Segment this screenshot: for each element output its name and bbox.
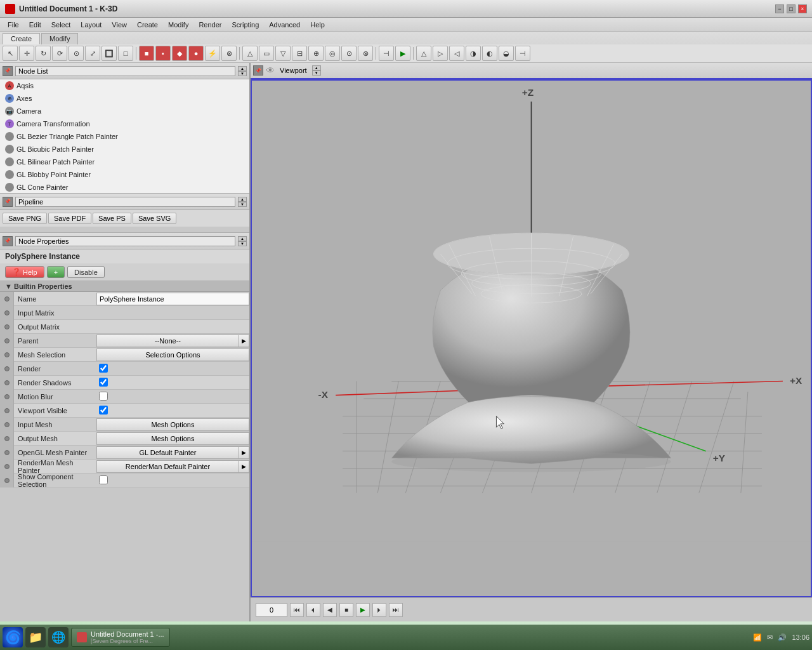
nav-prev-btn[interactable]: ◀ [323,603,337,617]
node-gl-bezier[interactable]: GL Bezier Triangle Patch Painter [0,130,249,143]
node-list-scroll-up[interactable]: ▲ [238,66,247,71]
tri-btn[interactable]: △ [242,46,258,61]
opengl-painter-btn[interactable]: GL Default Painter [96,446,239,459]
light4-btn[interactable]: ◑ [466,46,481,61]
menu-advanced[interactable]: Advanced [264,20,305,30]
show-component-checkbox[interactable] [99,475,108,484]
taskbar-app-icon[interactable]: 🌀 [3,627,23,647]
maximize-button[interactable]: □ [787,4,796,13]
cube4-btn[interactable]: ● [188,46,204,61]
tab-modify[interactable]: Modify [41,33,78,44]
prop-input-mesh-value[interactable]: Mesh Options [96,418,249,431]
node-props-scroll-up[interactable]: ▲ [238,236,247,241]
close-button[interactable]: × [798,4,807,13]
minimize-button[interactable]: − [775,4,784,13]
nav-last-btn[interactable]: ⏭ [389,603,403,617]
tool5-btn[interactable]: ⚡ [205,46,220,61]
nav-prev-key-btn[interactable]: ⏴ [306,603,320,617]
cube2-btn[interactable]: ▪ [155,46,171,61]
save-png-button[interactable]: Save PNG [3,213,47,224]
prop-render-value[interactable] [96,364,249,374]
tab-create[interactable]: Create [3,33,40,44]
cyl-btn[interactable]: ⊟ [292,46,307,61]
obj-tool-btn[interactable]: 🔲 [102,46,117,61]
taskbar-files-icon[interactable]: 📁 [25,627,46,647]
rect-btn[interactable]: ▭ [259,46,274,61]
node-list-scroll-btns[interactable]: ▲ ▼ [238,66,247,76]
menu-file[interactable]: File [3,20,24,30]
menu-edit[interactable]: Edit [24,20,46,30]
selection-options-btn[interactable]: Selection Options [96,348,249,361]
prop-show-component-value[interactable] [96,475,249,486]
node-gl-bicubic[interactable]: GL Bicubic Patch Painter [0,143,249,156]
save-pdf-button[interactable]: Save PDF [48,213,91,224]
nav-first-btn[interactable]: ⏮ [290,603,304,617]
cube-btn[interactable]: ■ [139,46,154,61]
lights-btn[interactable]: △ [416,46,431,61]
tool6-btn[interactable]: ⊗ [221,46,237,61]
viewport[interactable]: 📌 👁 Viewport ▲ ▼ [251,63,812,621]
menu-render[interactable]: Render [193,20,226,30]
motion-blur-checkbox[interactable] [99,392,108,401]
taskbar-document-item[interactable]: Untitled Document 1 -... [Seven Degrees … [71,628,170,647]
disable-button[interactable]: Disable [67,266,105,278]
menu-view[interactable]: View [107,20,132,30]
play-btn[interactable]: ▶ [395,46,410,61]
scale-tool-btn[interactable]: ⤢ [85,46,100,61]
renderman-painter-btn[interactable]: RenderMan Default Painter [96,460,239,473]
pipeline-scroll-down[interactable]: ▼ [238,202,247,207]
move-tool-btn[interactable]: ✛ [19,46,34,61]
taskbar-globe-icon[interactable]: 🌐 [48,627,69,647]
torus-btn[interactable]: ⊙ [341,46,357,61]
help-button[interactable]: ❓ Help [5,266,44,278]
frame-number-input[interactable] [256,603,287,617]
output-mesh-options-btn[interactable]: Mesh Options [96,432,249,445]
viewport-scroll-down[interactable]: ▼ [312,70,321,76]
node-axes[interactable]: ⊕ Axes [0,92,249,105]
nav-stop-btn[interactable]: ■ [339,603,353,617]
node-list-scroll-down[interactable]: ▼ [238,71,247,76]
merge-btn[interactable]: ⊣ [379,46,394,61]
light5-btn[interactable]: ◐ [482,46,497,61]
pipe-btn[interactable]: ⊗ [358,46,373,61]
add-button[interactable]: + [47,266,65,278]
prop-output-mesh-value[interactable]: Mesh Options [96,432,249,445]
name-input[interactable] [96,293,249,305]
save-ps-button[interactable]: Save PS [93,213,131,224]
cone-btn[interactable]: ▽ [275,46,291,61]
prop-renderman-painter-value[interactable]: RenderMan Default Painter ▶ [96,460,249,473]
menu-create[interactable]: Create [132,20,163,30]
parent-dropdown-btn[interactable]: --None-- [96,335,239,347]
prop-opengl-painter-value[interactable]: GL Default Painter ▶ [96,446,249,459]
viewport-visible-checkbox[interactable] [99,406,108,415]
node-gl-blobby[interactable]: GL Blobby Point Painter [0,168,249,181]
viewport-scroll-up[interactable]: ▲ [312,65,321,70]
opengl-painter-arrow-btn[interactable]: ▶ [239,446,249,459]
sphere-btn[interactable]: ◎ [325,46,340,61]
icon8-btn[interactable]: □ [118,46,133,61]
select-tool-btn[interactable]: ↖ [3,46,18,61]
renderman-painter-arrow-btn[interactable]: ▶ [239,460,249,473]
node-camera-transform[interactable]: T Camera Transformation [0,117,249,130]
prop-mesh-selection-value[interactable]: Selection Options [96,348,249,361]
prop-viewport-visible-value[interactable] [96,406,249,416]
cube3-btn[interactable]: ◆ [172,46,187,61]
light3-btn[interactable]: ◁ [449,46,464,61]
circle-btn[interactable]: ⊕ [308,46,324,61]
light6-btn[interactable]: ◒ [499,46,514,61]
node-props-scroll-down[interactable]: ▼ [238,241,247,246]
prop-motion-blur-value[interactable] [96,392,249,402]
nav-play-btn[interactable]: ▶ [356,603,370,617]
prop-render-shadows-value[interactable] [96,378,249,388]
save-svg-button[interactable]: Save SVG [133,213,176,224]
nav-next-key-btn[interactable]: ⏵ [372,603,386,617]
render-checkbox[interactable] [99,364,108,373]
rotate-tool-btn[interactable]: ⟳ [52,46,67,61]
input-mesh-options-btn[interactable]: Mesh Options [96,418,249,431]
node-gl-cone[interactable]: GL Cone Painter [0,181,249,194]
node-aqsis[interactable]: A Aqsis [0,79,249,92]
light7-btn[interactable]: ⊣ [515,46,530,61]
node-gl-bilinear[interactable]: GL Bilinear Patch Painter [0,156,249,168]
parent-arrow-btn[interactable]: ▶ [239,335,249,347]
node-camera[interactable]: 📷 Camera [0,105,249,117]
